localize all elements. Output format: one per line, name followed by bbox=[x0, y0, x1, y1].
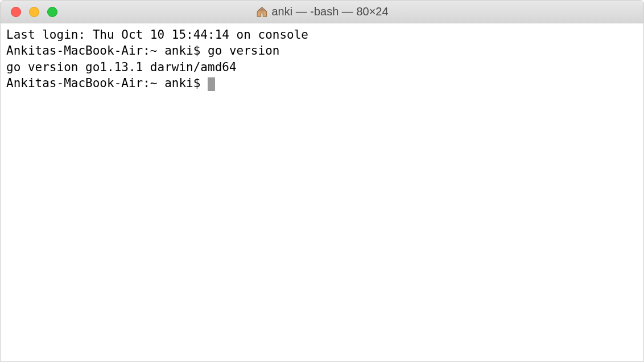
cursor bbox=[208, 77, 215, 91]
maximize-button[interactable] bbox=[47, 7, 57, 17]
window-title: anki — -bash — 80×24 bbox=[255, 5, 388, 18]
terminal-line: go version go1.13.1 darwin/amd64 bbox=[6, 59, 638, 75]
terminal-window: anki — -bash — 80×24 Last login: Thu Oct… bbox=[0, 0, 644, 362]
window-title-text: anki — -bash — 80×24 bbox=[271, 5, 388, 18]
close-button[interactable] bbox=[11, 7, 21, 17]
home-icon bbox=[255, 6, 268, 18]
minimize-button[interactable] bbox=[29, 7, 39, 17]
terminal-line: Last login: Thu Oct 10 15:44:14 on conso… bbox=[6, 27, 638, 43]
titlebar: anki — -bash — 80×24 bbox=[1, 1, 643, 23]
traffic-lights bbox=[1, 7, 57, 17]
terminal-body[interactable]: Last login: Thu Oct 10 15:44:14 on conso… bbox=[1, 23, 643, 361]
terminal-prompt-line: Ankitas-MacBook-Air:~ anki$ bbox=[6, 75, 638, 91]
terminal-line: Ankitas-MacBook-Air:~ anki$ go version bbox=[6, 43, 638, 59]
terminal-prompt: Ankitas-MacBook-Air:~ anki$ bbox=[6, 76, 208, 90]
